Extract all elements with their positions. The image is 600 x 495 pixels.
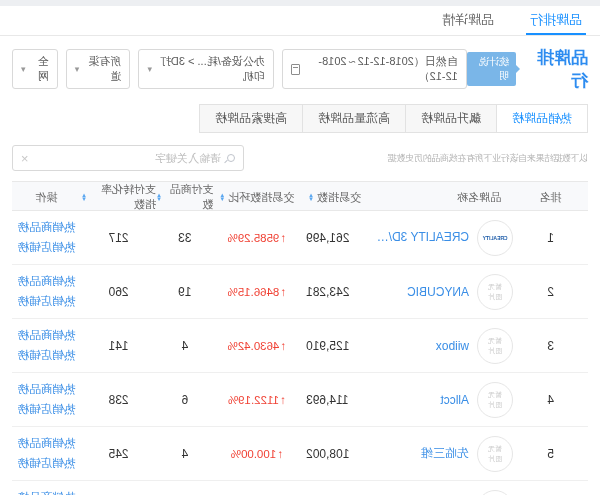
filter-bar: 自然日（2018-12-12～2018-12-12） 办公设备/耗... > 3… <box>12 49 467 89</box>
trade-index-cell: 108,002 <box>300 447 369 461</box>
scope-filter[interactable]: 全网 ▾ <box>12 49 58 89</box>
brand-ranking-table: 排名 品牌名称 交易指数 ▲▼ 交易指数环比 ▲▼ 支付商品数 ▲▼ 支付转化率… <box>12 181 588 495</box>
hot-shops-link[interactable]: 热销店铺榜 <box>18 294 76 309</box>
content-card: 品牌排行 统计说明 自然日（2018-12-12～2018-12-12） 办公设… <box>0 36 600 495</box>
calendar-icon <box>291 64 301 75</box>
rank-tab-rising-brands[interactable]: 飙升品牌榜 <box>405 104 497 133</box>
col-header-trade-index-label: 交易指数 <box>317 190 361 205</box>
hot-products-link[interactable]: 热销商品榜 <box>18 220 76 235</box>
channel-filter-value: 所有渠道 <box>85 54 121 84</box>
action-links: 热销商品榜 热销店铺榜 <box>12 436 81 471</box>
search-icon <box>227 154 235 162</box>
rise-arrow-icon: ↑ <box>280 286 286 298</box>
conversion-cell: 260 <box>81 285 156 299</box>
date-filter[interactable]: 自然日（2018-12-12～2018-12-12） <box>282 49 467 89</box>
table-row: 5 暂无图片 先临三维 108,002 ↑100.00% 4 245 热销商品榜… <box>12 427 588 481</box>
col-header-brand: 品牌名称 <box>369 190 513 205</box>
rise-arrow-icon: ↑ <box>280 394 286 406</box>
page-title: 品牌排行 <box>528 46 588 92</box>
conversion-cell: 141 <box>81 339 156 353</box>
sort-icon: ▲▼ <box>308 193 314 201</box>
col-header-trade-ratio-label: 交易指数环比 <box>228 190 294 205</box>
rank-tab-high-search-brands[interactable]: 高搜索品牌榜 <box>199 104 303 133</box>
rank-tab-hot-brands[interactable]: 热销品牌榜 <box>496 104 588 133</box>
brand-logo-placeholder: 暂无图片 <box>477 436 513 472</box>
brand-link[interactable]: wiibox <box>436 339 469 353</box>
brand-link[interactable]: 先临三维 <box>421 445 469 462</box>
trade-ratio-cell: ↑4630.42% <box>214 340 300 352</box>
rise-arrow-icon: ↑ <box>280 340 286 352</box>
table-header-row: 排名 品牌名称 交易指数 ▲▼ 交易指数环比 ▲▼ 支付商品数 ▲▼ 支付转化率… <box>12 181 588 211</box>
col-header-conversion[interactable]: 支付转化率指数 ▲▼ <box>81 182 156 212</box>
trade-ratio-cell: ↑9585.29% <box>214 232 300 244</box>
trade-index-cell: 114,693 <box>300 393 369 407</box>
brand-logo-placeholder: 暂无图片 <box>477 274 513 310</box>
chevron-down-icon: ▾ <box>75 64 80 74</box>
brand-logo-placeholder: 暂无图片 <box>477 382 513 418</box>
col-header-trade-ratio[interactable]: 交易指数环比 ▲▼ <box>214 190 300 205</box>
ranking-tabbar: 热销品牌榜 飙升品牌榜 高流量品牌榜 高搜索品牌榜 <box>199 104 588 133</box>
action-links: 热销商品榜 热销店铺榜 <box>12 490 81 495</box>
trade-ratio-cell: ↑100.00% <box>214 448 300 460</box>
hot-shops-link[interactable]: 热销店铺榜 <box>18 456 76 471</box>
action-links: 热销商品榜 热销店铺榜 <box>12 220 81 255</box>
sort-icon: ▲▼ <box>81 193 87 201</box>
hot-products-link[interactable]: 热销商品榜 <box>18 328 76 343</box>
brand-link[interactable]: Allcct <box>440 393 469 407</box>
tab-brand-ranking[interactable]: 品牌排行 <box>526 6 586 35</box>
col-header-action: 操作 <box>12 190 81 205</box>
scope-filter-value: 全网 <box>32 54 49 84</box>
table-row: 4 暂无图片 Allcct 114,693 ↑1122.19% 6 238 热销… <box>12 373 588 427</box>
brand-logo: A极光尔沃 <box>477 490 513 495</box>
rank-cell: 5 <box>513 447 588 461</box>
col-header-rank: 排名 <box>513 190 588 205</box>
clear-icon[interactable]: × <box>21 151 29 166</box>
rank-cell: 1 <box>513 231 588 245</box>
sort-icon: ▲▼ <box>219 193 225 201</box>
trade-index-cell: 125,910 <box>300 339 369 353</box>
hot-products-link[interactable]: 热销商品榜 <box>18 490 76 495</box>
hot-shops-link[interactable]: 热销店铺榜 <box>18 402 76 417</box>
hot-shops-link[interactable]: 热销店铺榜 <box>18 348 76 363</box>
date-filter-value: 自然日（2018-12-12～2018-12-12） <box>306 54 457 84</box>
top-tabbar: 品牌排行 品牌详情 <box>0 6 600 36</box>
pay-items-cell: 33 <box>156 231 214 245</box>
trade-index-cell: 261,499 <box>300 231 369 245</box>
rank-cell: 2 <box>513 285 588 299</box>
rank-cell: 3 <box>513 339 588 353</box>
channel-filter[interactable]: 所有渠道 ▾ <box>66 49 131 89</box>
col-header-pay-items[interactable]: 支付商品数 ▲▼ <box>156 182 214 212</box>
trade-ratio-cell: ↑8466.15% <box>214 286 300 298</box>
rank-cell: 4 <box>513 393 588 407</box>
tab-brand-detail[interactable]: 品牌详情 <box>438 6 498 35</box>
rise-arrow-icon: ↑ <box>277 448 283 460</box>
data-notice-text: 以下数据结果来自该行业下所有在线商品的历史数据 <box>388 152 588 165</box>
pay-items-cell: 19 <box>156 285 214 299</box>
hot-products-link[interactable]: 热销商品榜 <box>18 382 76 397</box>
rank-tab-high-traffic-brands[interactable]: 高流量品牌榜 <box>302 104 406 133</box>
pay-items-cell: 4 <box>156 447 214 461</box>
conversion-cell: 245 <box>81 447 156 461</box>
pay-items-cell: 4 <box>156 339 214 353</box>
table-toolbar: 以下数据结果来自该行业下所有在线商品的历史数据 请输入关键字 × <box>12 145 588 171</box>
conversion-cell: 217 <box>81 231 156 245</box>
search-input[interactable]: 请输入关键字 × <box>12 145 244 171</box>
chevron-down-icon: ▾ <box>21 64 26 74</box>
action-links: 热销商品榜 热销店铺榜 <box>12 274 81 309</box>
action-links: 热销商品榜 热销店铺榜 <box>12 328 81 363</box>
stats-note-badge[interactable]: 统计说明 <box>467 52 516 86</box>
table-row: 1 CREALITY CREALITY 3D/创... 261,499 ↑958… <box>12 211 588 265</box>
chevron-down-icon: ▾ <box>147 64 152 74</box>
trade-ratio-cell: ↑1122.19% <box>214 394 300 406</box>
sort-icon: ▲▼ <box>156 193 162 201</box>
mirrored-page: 品牌排行 品牌详情 品牌排行 统计说明 自然日（2018-12-12～2018-… <box>0 6 600 495</box>
brand-link[interactable]: ANYCUBIC <box>407 285 469 299</box>
hot-products-link[interactable]: 热销商品榜 <box>18 274 76 289</box>
brand-link[interactable]: CREALITY 3D/创... <box>374 229 469 246</box>
hot-products-link[interactable]: 热销商品榜 <box>18 436 76 451</box>
col-header-trade-index[interactable]: 交易指数 ▲▼ <box>300 190 369 205</box>
brand-logo: CREALITY <box>477 220 513 256</box>
category-filter[interactable]: 办公设备/耗... > 3D打印机 ▾ <box>138 49 273 89</box>
hot-shops-link[interactable]: 热销店铺榜 <box>18 240 76 255</box>
category-filter-value: 办公设备/耗... > 3D打印机 <box>158 54 265 84</box>
